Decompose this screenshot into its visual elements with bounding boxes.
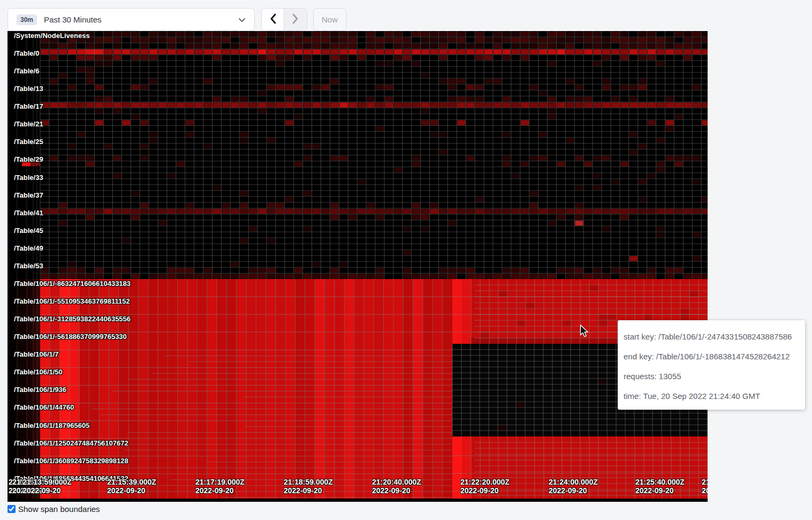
tooltip-line: time: Tue, 20 Sep 2022 21:24:40 GMT: [624, 386, 799, 406]
tooltip-line: start key: /Table/106/1/-247433150824388…: [624, 327, 799, 346]
duration-label: Past 30 Minutes: [44, 15, 238, 24]
cell-tooltip: start key: /Table/106/1/-247433150824388…: [618, 320, 805, 410]
chevron-left-icon: [270, 13, 276, 26]
forward-button[interactable]: [284, 9, 307, 31]
toolbar: 30m Past 30 Minutes Now: [0, 0, 812, 31]
chevron-right-icon: [292, 13, 299, 26]
show-span-boundaries-label: Show span boundaries: [18, 504, 100, 514]
time-range-dropdown[interactable]: 30m Past 30 Minutes: [7, 8, 255, 31]
time-nav-group: [261, 8, 307, 31]
tooltip-line: end key: /Table/106/1/-18683814745282642…: [624, 346, 799, 366]
show-span-boundaries-checkbox[interactable]: [7, 505, 16, 513]
duration-badge: 30m: [17, 14, 37, 25]
back-button[interactable]: [262, 9, 284, 31]
tooltip-line: requests: 13055: [624, 366, 799, 386]
key-visualizer-heatmap[interactable]: /System/NodeLiveness/Table/0/Table/6/Tab…: [7, 31, 708, 502]
now-button[interactable]: Now: [313, 8, 346, 31]
heatmap-canvas: [7, 31, 708, 502]
chart-footer: Show span boundaries: [7, 503, 100, 515]
chevron-down-icon: [238, 15, 246, 25]
